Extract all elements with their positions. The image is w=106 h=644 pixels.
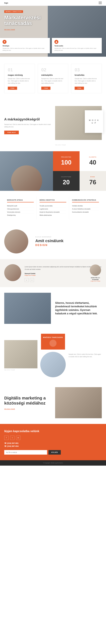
quality-image-credit: Kép innen: Freepik [4,369,15,371]
strategy-title: Stratégia [2,45,47,47]
about-img-mockup: M O C K U P [85,110,103,133]
about-text: Sample text. Click to select the text bo… [4,123,51,128]
footer-cta-title: lépjen kapcsolatba velünk [4,430,102,433]
service-comm-list: Verbális identitás A cimen felülethow út… [72,204,99,214]
stats-image-area [0,151,53,191]
menu-icon[interactable] [99,2,102,4]
services-section: MÁRKASTR ATÉGIA Márkaértik audit Célcsop… [0,191,106,225]
about-section: A márkaügynökségről Sample text. Click t… [0,100,106,151]
list-item: Kommunikációs útmutatók [72,210,99,214]
feature-title-1: magas minőség [8,74,32,76]
quality-left: Kép innen: Freepik [4,340,38,371]
digital-text: Digitális marketing a közösségi médiához… [4,396,51,410]
service-strategy-title: MÁRKASTR ATÉGIA [7,199,34,202]
about-image-credit: Kép innen: Freepik [55,144,66,146]
about-title: A márkaügynökségről [4,117,51,122]
feature-quality: 01 magas minőség Sample text. Click to s… [4,64,35,93]
testimonial-right-name: Gözde Filiz & A Kreativitás [89,277,102,280]
feature-btn-2[interactable]: több [41,87,50,90]
what-we-do-title: Amit csinálunk [35,238,102,243]
digital-section: Digitális marketing a közösségi médiához… [0,382,106,424]
testimonial-right-role: image from Freepik [89,280,102,282]
footer-submit-btn[interactable]: küldés [48,450,61,454]
feature-text-1: Sample text. Click to select the text bo… [8,78,32,84]
what-we-do-label: KIVÁLÓ MINŐSÉGŰ [35,236,102,238]
success-text: Sikeres, hosszú élettartamú, jövedelmező… [55,301,102,316]
footer-facebook-btn[interactable]: f [4,436,8,440]
what-circle [4,230,28,254]
testimonial-right-person: Gözde Filiz & A Kreativitás image from F… [89,264,102,282]
stat-evek: ÉVEK 76 [80,171,106,191]
service-identity-list: Vizuális pozicionálás Logótervezés Aszta… [40,204,66,217]
quality-center: MINŐSÉGI TANÁCSADÁS [40,334,66,377]
list-item: Verbális identitás [72,204,99,208]
hero-card-consulting: Tanácsadás Sample text. Click to select … [52,38,102,53]
stat-clients-value: 40 [89,159,96,166]
hero-card-strategy: Stratégia Sample text. Click to select t… [0,38,50,53]
footer-linkedin-btn[interactable]: in [16,436,20,440]
quality-circle-img [40,352,66,377]
service-identity-title: MÁRKA IDENTITÁS [40,199,66,202]
footer-cta-section: lépjen kapcsolatba velünk f t in ☏ (224)… [0,424,106,460]
list-item: Versenytárs-elemzés [7,210,34,214]
footer-phone-1: ☏ (224) 567-891 [4,442,102,444]
success-image [4,293,51,324]
quality-person-circle [50,340,56,347]
hero-badge: MÁRKA IDENTITÁS [4,10,23,13]
feature-btn-3[interactable]: több [74,87,84,90]
what-we-do-section: KIVÁLÓ MINŐSÉGŰ Amit csinálunk DESIGN [0,225,106,259]
stat-projektek-value: 100 [61,159,71,166]
feature-branding: 02 márkaépítés Sample text. Click to sel… [38,64,68,93]
about-content: A márkaügynökségről Sample text. Click t… [4,117,51,134]
footer-twitter-btn[interactable]: t [10,436,14,440]
stat-clients-label: CLIENTS [89,156,96,158]
list-item: Márka alkalmazása [40,214,66,217]
digital-link[interactable]: Kép innen: Freepik [4,408,15,410]
stat-evek-label: ÉVEK [90,176,95,178]
what-we-do-image [4,230,32,254]
list-item: Márkaértik audit [7,204,34,208]
about-link-btn[interactable]: Több most [4,130,19,134]
hero-section: MÁRKA IDENTITÁS Márkatervezési tanácsadá… [0,6,106,57]
service-strategy: MÁRKASTR ATÉGIA Márkaértik audit Célcsop… [4,196,37,220]
footer-form: küldés [4,450,61,454]
about-image: M O C K U P Kép innen: Freepik [55,106,102,146]
list-item: Vizuális pozicionálás [40,204,66,208]
consulting-text: Sample text. Click to select the text bo… [54,48,99,51]
navigation: logo [0,0,106,6]
what-we-do-subtitle: DESIGN [35,244,102,247]
service-identity: MÁRKA IDENTITÁS Vizuális pozicionálás Lo… [37,196,69,220]
stats-grid: PROJEKTEK 100 CLIENTS 40 CSAPATUNK 20 ÉV… [53,151,106,191]
success-section: Sikeres, hosszú élettartamú, jövedelmező… [0,287,106,330]
feature-text-2: Sample text. Click to select the text bo… [41,78,65,84]
testimonial-section: Lorem ipsum dolor sit amet, consectetur … [0,259,106,287]
footer-text: © Copyright. Minden jog fenntartva [4,462,102,464]
stat-csapatunk-label: CSAPATUNK [61,176,71,178]
service-strategy-list: Márkaértik audit Célcsoportelemzés Verse… [7,204,34,217]
quality-img-placeholder [4,340,38,368]
quality-badge-title: MINŐSÉGI TANÁCSADÁS [43,336,63,338]
consulting-icon [54,40,58,44]
service-communication: KOMMUNIKÁCIÓS STRATÉGIA Verbális identit… [69,196,102,220]
digital-image [55,387,102,418]
testimonial-right-img [90,264,101,276]
footer-email-input[interactable] [4,450,47,454]
feature-num-3: 03 [74,67,98,72]
what-we-do-text: KIVÁLÓ MINŐSÉGŰ Amit csinálunk DESIGN [35,236,102,247]
consulting-title: Tanácsadás [54,45,99,47]
feature-btn-1[interactable]: több [8,87,17,90]
stat-projektek-label: PROJEKTEK [61,156,71,158]
digital-title: Digitális marketing a közösségi médiához [4,396,51,406]
logo: logo [4,2,8,4]
strategy-text: Sample text. Click to select the text bo… [2,48,47,51]
list-item: Asztal és illusztrációs útmutatók [40,210,66,214]
feature-num-1: 01 [8,67,32,72]
footer: © Copyright. Minden jog fenntartva [0,460,106,466]
testimonial-image [4,264,21,281]
strategy-icon [2,40,6,44]
service-comm-title: KOMMUNIKÁCIÓS STRATÉGIA [72,199,99,202]
testimonial-prev-btn[interactable]: ‹ [24,278,28,282]
hero-image-link[interactable]: Kép innen: Freepik [4,29,15,30]
testimonial-next-btn[interactable]: › [30,278,34,282]
feature-text-3: Sample text. Click to select the text bo… [74,78,98,84]
